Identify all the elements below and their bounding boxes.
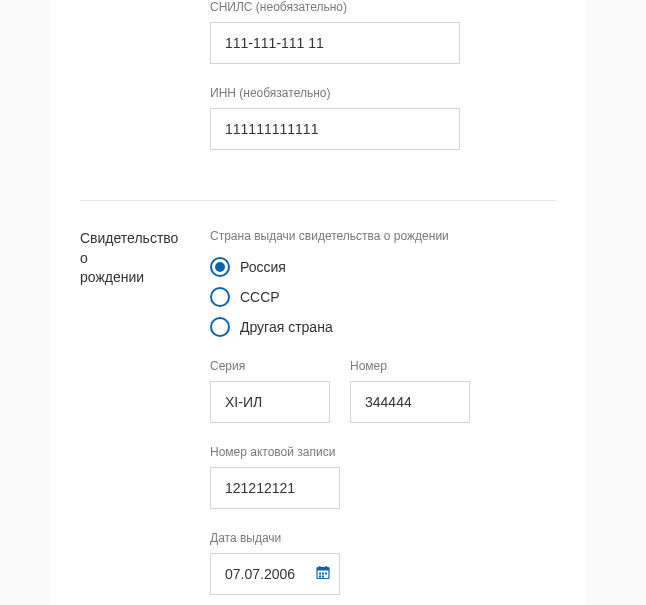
identity-section: СНИЛС (необязательно) ИНН (необязательно…	[80, 0, 556, 172]
inn-input[interactable]	[210, 108, 460, 150]
issue-date-input[interactable]	[210, 553, 340, 595]
country-label: Страна выдачи свидетельства о рождении	[210, 229, 556, 243]
section-divider	[80, 200, 556, 201]
radio-other[interactable]: Другая страна	[210, 317, 556, 337]
issue-date-label: Дата выдачи	[210, 531, 556, 545]
birth-cert-section: Свидетельство о рождении Страна выдачи с…	[80, 229, 556, 605]
form-container: СНИЛС (необязательно) ИНН (необязательно…	[50, 0, 586, 605]
radio-russia-label: Россия	[240, 259, 286, 275]
birth-cert-title: Свидетельство о рождении	[80, 229, 190, 605]
act-label: Номер актовой записи	[210, 445, 556, 459]
act-input[interactable]	[210, 467, 340, 509]
section-title-line2: рождении	[80, 269, 144, 285]
snils-input[interactable]	[210, 22, 460, 64]
series-label: Серия	[210, 359, 330, 373]
number-group: Номер	[350, 359, 470, 423]
identity-fields: СНИЛС (необязательно) ИНН (необязательно…	[210, 0, 556, 172]
number-input[interactable]	[350, 381, 470, 423]
act-group: Номер актовой записи	[210, 445, 556, 509]
series-input[interactable]	[210, 381, 330, 423]
snils-group: СНИЛС (необязательно)	[210, 0, 556, 64]
series-group: Серия	[210, 359, 330, 423]
series-number-row: Серия Номер	[210, 359, 556, 423]
radio-other-label: Другая страна	[240, 319, 333, 335]
number-label: Номер	[350, 359, 470, 373]
radio-ussr[interactable]: СССР	[210, 287, 556, 307]
inn-label: ИНН (необязательно)	[210, 86, 556, 100]
section-title-line1: Свидетельство о	[80, 230, 178, 266]
radio-circle-icon	[210, 287, 230, 307]
birth-cert-fields: Страна выдачи свидетельства о рождении Р…	[210, 229, 556, 605]
radio-circle-icon	[210, 317, 230, 337]
snils-label: СНИЛС (необязательно)	[210, 0, 556, 14]
radio-ussr-label: СССР	[240, 289, 280, 305]
issue-date-group: Дата выдачи	[210, 531, 556, 595]
country-radio-group: Россия СССР Другая страна	[210, 257, 556, 337]
radio-russia[interactable]: Россия	[210, 257, 556, 277]
issue-date-wrap	[210, 553, 340, 595]
inn-group: ИНН (необязательно)	[210, 86, 556, 150]
radio-circle-icon	[210, 257, 230, 277]
identity-left-spacer	[80, 0, 190, 172]
